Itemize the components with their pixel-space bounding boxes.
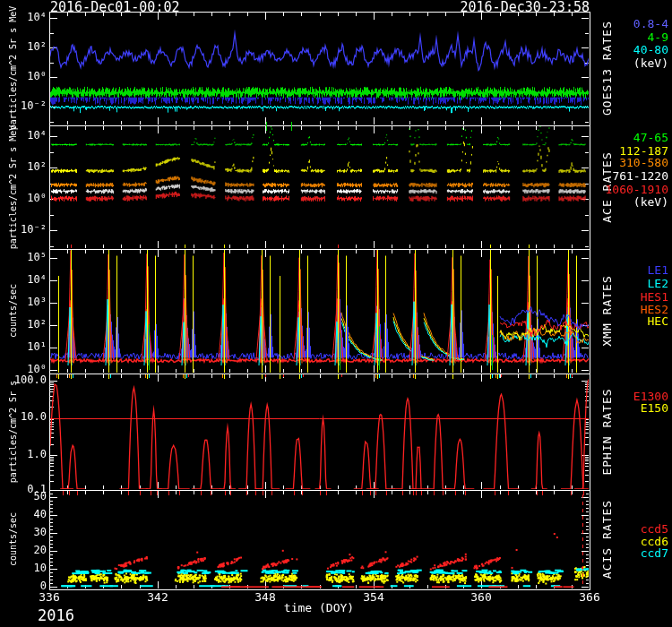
- y-tick-label: 10⁵: [2, 252, 47, 262]
- legend-entry: ccd7: [590, 547, 668, 559]
- x-tick-label: 342: [138, 591, 177, 603]
- legend-entry: HES1: [590, 291, 668, 303]
- legend-entry: 40-80: [590, 44, 668, 56]
- legend-entry: LE2: [590, 278, 668, 289]
- y-axis-unit-label: particles/cm^2 Sr s MeV: [9, 6, 18, 130]
- x-tick-label: 366: [570, 591, 609, 603]
- radiation-monitor-plot: 2016-Dec01-00:02 2016-Dec30-23:58 10⁴ 10…: [0, 0, 672, 627]
- legend-entry: 0.8-4: [590, 18, 668, 30]
- year-label: 2016: [38, 608, 74, 623]
- legend-entry: 1060-1910: [590, 184, 668, 195]
- x-tick-label: 336: [30, 591, 69, 603]
- end-timestamp: 2016-Dec30-23:58: [410, 1, 590, 14]
- legend-entry: 310-580: [590, 157, 668, 168]
- y-tick-label: 10¹: [2, 341, 47, 352]
- legend-entry: (keV): [590, 196, 668, 208]
- y-axis-unit-label: counts/sec: [9, 512, 18, 566]
- y-axis-unit-label: counts/sec: [9, 284, 18, 338]
- legend-entry: 4-9: [590, 31, 668, 43]
- legend-entry: (keV): [590, 57, 668, 69]
- x-tick-label: 360: [461, 591, 501, 603]
- legend-entry: E150: [590, 402, 668, 414]
- legend-entry: ccd5: [590, 523, 668, 535]
- legend-entry: 47-65: [590, 132, 668, 143]
- y-tick-label: 50: [2, 491, 47, 502]
- x-axis-title: time (DOY): [247, 602, 391, 614]
- y-axis-unit-label: particles/cm^2 Sr s: [9, 381, 18, 483]
- legend-entry: HEC: [590, 315, 668, 327]
- legend-entry: LE1: [590, 264, 668, 276]
- y-axis-unit-label: particles/cm^2 Sr s MeV: [9, 125, 18, 249]
- legend-entry: 761-1220: [590, 170, 668, 182]
- chart-canvas: [0, 0, 672, 627]
- start-timestamp: 2016-Dec01-00:02: [50, 1, 180, 14]
